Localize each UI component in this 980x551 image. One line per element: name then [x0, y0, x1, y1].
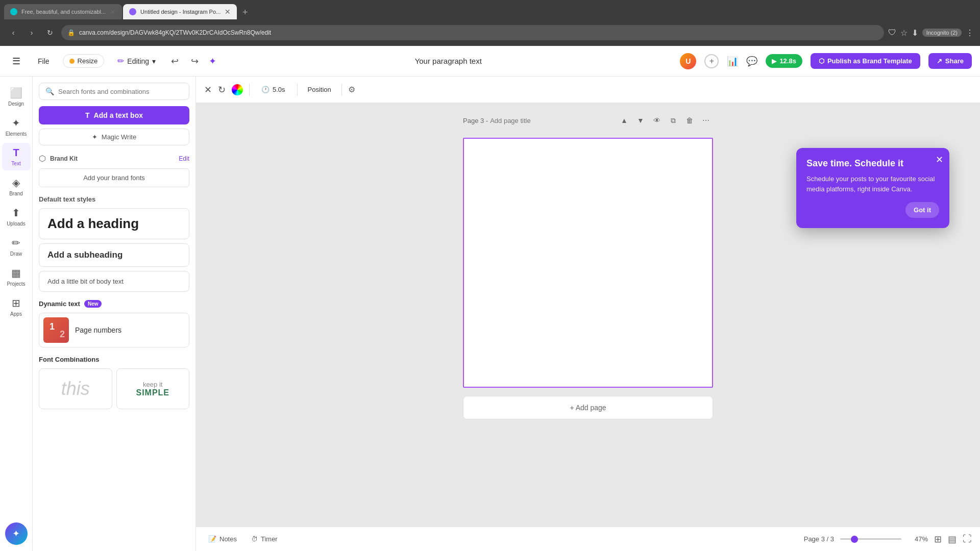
- list-view-icon[interactable]: ▤: [948, 534, 957, 545]
- body-style-button[interactable]: Add a little bit of body text: [39, 271, 189, 292]
- add-textbox-label: Add a text box: [94, 111, 143, 119]
- publish-brand-template-button[interactable]: ⬡ Publish as Brand Template: [811, 53, 920, 69]
- tab-close-2[interactable]: ✕: [225, 8, 231, 16]
- draw-icon: ✏: [12, 237, 20, 249]
- comment-button[interactable]: 💬: [746, 56, 757, 67]
- edit-link[interactable]: Edit: [179, 155, 189, 162]
- add-brand-fonts-button[interactable]: Add your brand fonts: [39, 168, 189, 187]
- tab-favicon-1: [10, 8, 17, 15]
- sidebar-item-label-text: Text: [11, 161, 20, 166]
- download-icon[interactable]: ⬇: [912, 28, 918, 38]
- bottom-bar: 📝 Notes ⏱ Timer Page 3 / 3 47% ⊞ ▤ ⛶: [196, 527, 980, 551]
- bottom-right: Page 3 / 3 47% ⊞ ▤ ⛶: [804, 534, 972, 545]
- page-more-button[interactable]: ⋯: [699, 113, 713, 128]
- popup-title: Save time. Schedule it: [806, 158, 939, 169]
- position-button[interactable]: Position: [304, 84, 335, 95]
- add-textbox-button[interactable]: T Add a text box: [39, 106, 189, 124]
- page-delete-button[interactable]: 🗑: [682, 113, 697, 128]
- refresh-button[interactable]: ↻: [43, 26, 57, 40]
- forward-button[interactable]: ›: [24, 26, 39, 40]
- font-combo-this-text: this: [61, 378, 90, 399]
- sidebar-item-text[interactable]: T Text: [2, 143, 31, 170]
- notes-button[interactable]: 📝 Notes: [204, 532, 241, 546]
- resize-label: Resize: [78, 57, 98, 65]
- brand-icon: ◈: [12, 177, 20, 189]
- font-combo-simple-text: SIMPLE: [136, 388, 169, 397]
- got-it-button[interactable]: Got it: [905, 202, 939, 218]
- resize-button[interactable]: Resize: [63, 54, 105, 68]
- timer-button[interactable]: ⏱ Timer: [247, 532, 282, 546]
- font-combinations-title: Font Combinations: [39, 356, 189, 363]
- tab-title-1: Free, beautiful, and customizabl...: [21, 9, 106, 15]
- more-icon[interactable]: ⋮: [966, 28, 974, 38]
- page-down-button[interactable]: ▼: [633, 113, 648, 128]
- magic-write-label: Magic Write: [102, 133, 136, 141]
- font-combo-card-2[interactable]: keep it SIMPLE: [116, 368, 190, 409]
- present-timer-button[interactable]: ▶ 12.8s: [766, 54, 802, 68]
- color-wheel[interactable]: [232, 84, 243, 95]
- add-page-button[interactable]: + Add page: [463, 396, 713, 419]
- sidebar-item-uploads[interactable]: ⬆ Uploads: [2, 203, 31, 231]
- close-panel-button[interactable]: ✕: [204, 84, 212, 95]
- search-input[interactable]: [58, 88, 183, 95]
- fullscreen-icon[interactable]: ⛶: [963, 534, 972, 544]
- redo-button[interactable]: ↪: [189, 54, 201, 69]
- sidebar-item-draw[interactable]: ✏ Draw: [2, 233, 31, 261]
- new-tab-button[interactable]: +: [238, 5, 252, 19]
- page-indicator: Page 3 / 3: [804, 535, 834, 543]
- sidebar-item-elements[interactable]: ✦ Elements: [2, 113, 31, 141]
- menu-button[interactable]: ☰: [8, 53, 24, 69]
- back-button[interactable]: ‹: [6, 26, 20, 40]
- browser-tab-2[interactable]: Untitled design - Instagram Po... ✕: [123, 4, 237, 19]
- brand-fonts-label: Add your brand fonts: [83, 174, 145, 182]
- play-icon: ▶: [772, 58, 776, 65]
- canvas-page[interactable]: [463, 138, 713, 388]
- zoom-slider[interactable]: [840, 538, 901, 540]
- file-button[interactable]: File: [33, 54, 55, 68]
- editing-button[interactable]: ✏ Editing ▾: [112, 53, 161, 69]
- format-button[interactable]: ⚙: [348, 85, 355, 94]
- subheading-style-button[interactable]: Add a subheading: [39, 243, 189, 267]
- timer-tool-button[interactable]: 🕐 5.0s: [256, 82, 291, 97]
- lock-icon: 🔒: [67, 29, 75, 36]
- sidebar-item-label-draw: Draw: [10, 251, 22, 257]
- text-panel: 🔍 T Add a text box ✦ Magic Write: [33, 77, 196, 551]
- page-numbers-card[interactable]: 1 2 Page numbers: [39, 313, 189, 347]
- popup-description: Schedule your posts to your favourite so…: [806, 174, 939, 194]
- page-up-button[interactable]: ▲: [617, 113, 631, 128]
- undo-button[interactable]: ↩: [169, 54, 181, 69]
- tab-favicon-2: [129, 8, 136, 15]
- sidebar-item-projects[interactable]: ▦ Projects: [2, 263, 31, 291]
- page-copy-button[interactable]: ⧉: [666, 113, 680, 128]
- text-panel-content: 🔍 T Add a text box ✦ Magic Write: [33, 77, 195, 551]
- sidebar-item-design[interactable]: ⬜ Design: [2, 83, 31, 111]
- tab-title-2: Untitled design - Instagram Po...: [140, 9, 220, 15]
- grid-view-icon[interactable]: ⊞: [934, 534, 942, 545]
- app: ☰ File Resize ✏ Editing ▾ ↩ ↪ ✦ Your par…: [0, 46, 980, 551]
- page-title-input[interactable]: [490, 117, 576, 124]
- brand-kit-header-inner: ⬡ Brand Kit: [39, 154, 78, 163]
- extensions-area: 🛡 ☆ ⬇ Incognito (2) ⋮: [888, 28, 974, 38]
- tab-close-1[interactable]: ✕: [110, 8, 116, 16]
- sidebar-item-brand[interactable]: ◈ Brand: [2, 172, 31, 201]
- chevron-down-icon: ▾: [152, 57, 156, 65]
- analytics-button[interactable]: 📊: [727, 56, 738, 67]
- add-collaborator-button[interactable]: +: [704, 54, 719, 68]
- publish-label: Publish as Brand Template: [827, 57, 912, 65]
- popup-close-button[interactable]: ✕: [936, 154, 943, 165]
- timer-label: 12.8s: [779, 57, 796, 65]
- refresh-icon[interactable]: ↻: [218, 84, 226, 95]
- separator-3: [341, 84, 342, 96]
- sidebar-item-apps[interactable]: ⊞ Apps: [2, 293, 31, 321]
- page-visibility-button[interactable]: 👁: [650, 113, 664, 128]
- address-bar[interactable]: 🔒 canva.com/design/DAGVwk84gKQ/2TWv0K2Dr…: [61, 25, 884, 40]
- magic-design-button[interactable]: ✦: [5, 522, 28, 545]
- star-icon[interactable]: ☆: [900, 28, 908, 38]
- magic-button[interactable]: ✦: [209, 56, 216, 67]
- font-combo-card-1[interactable]: this: [39, 368, 112, 409]
- brand-kit-header: ⬡ Brand Kit Edit: [39, 154, 189, 163]
- share-button[interactable]: ↗ Share: [928, 53, 972, 69]
- browser-tab-1[interactable]: Free, beautiful, and customizabl... ✕: [4, 4, 122, 19]
- heading-style-button[interactable]: Add a heading: [39, 208, 189, 239]
- magic-write-button[interactable]: ✦ Magic Write: [39, 129, 189, 145]
